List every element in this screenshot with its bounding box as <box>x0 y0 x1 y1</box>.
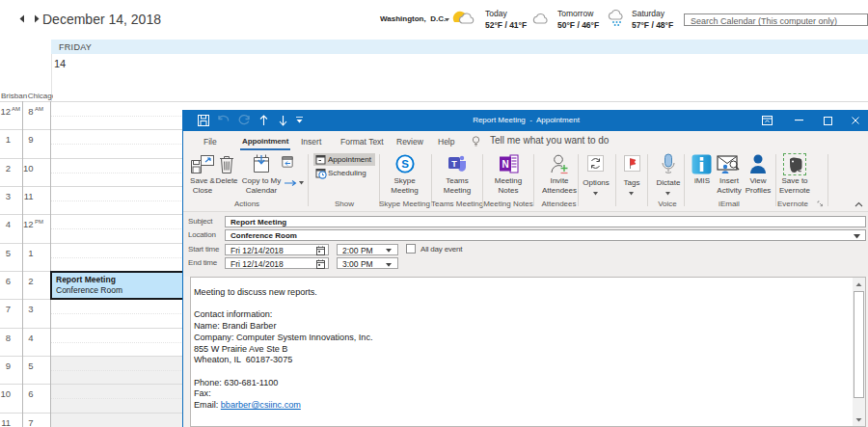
svg-text:S: S <box>401 158 409 170</box>
svg-text:N: N <box>502 159 508 170</box>
svg-text:T: T <box>451 159 457 169</box>
